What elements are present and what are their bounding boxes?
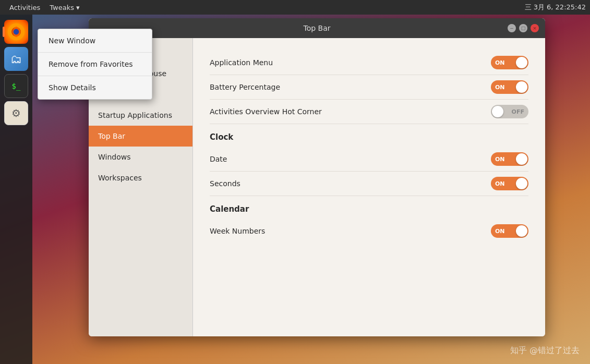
- battery-percentage-label: Battery Percentage: [210, 83, 280, 91]
- settings-content: Application Menu ON Battery Percentage O…: [193, 38, 545, 336]
- terminal-icon: $_: [12, 82, 21, 90]
- tweaks-menu-button[interactable]: Tweaks ▾: [45, 4, 83, 11]
- sidebar-item-startup-applications[interactable]: Startup Applications: [89, 105, 192, 126]
- tweaks-window: Top Bar − □ × Fonts Keyboard & Mouse Pow…: [89, 18, 545, 336]
- context-menu-new-window[interactable]: New Window: [38, 29, 152, 53]
- week-numbers-toggle[interactable]: ON: [491, 224, 528, 238]
- datetime-display: 三 3月 6, 22:25:42: [525, 3, 586, 12]
- setting-row-battery-percentage: Battery Percentage ON: [210, 75, 528, 100]
- context-menu-show-details[interactable]: Show Details: [38, 76, 152, 99]
- active-indicator: [3, 27, 5, 37]
- sidebar-item-top-bar[interactable]: Top Bar: [89, 126, 192, 147]
- toggle-knob-6: [516, 225, 527, 237]
- date-label: Date: [210, 155, 227, 163]
- context-menu-remove-favorites[interactable]: Remove from Favorites: [38, 53, 152, 76]
- toggle-off-label: OFF: [512, 108, 524, 115]
- top-bar-left: Activities Tweaks ▾: [4, 4, 84, 11]
- application-menu-toggle[interactable]: ON: [491, 56, 528, 69]
- watermark: 知乎 @错过了过去: [510, 345, 580, 356]
- dock-item-tweaks[interactable]: ⚙: [4, 101, 28, 125]
- week-numbers-label: Week Numbers: [210, 227, 265, 235]
- setting-row-application-menu: Application Menu ON: [210, 51, 528, 75]
- hot-corner-label: Activities Overview Hot Corner: [210, 107, 322, 116]
- seconds-toggle[interactable]: ON: [491, 177, 528, 190]
- svg-point-2: [14, 29, 19, 35]
- battery-percentage-toggle[interactable]: ON: [491, 80, 528, 94]
- dock-item-files[interactable]: 🗂: [4, 47, 28, 71]
- sidebar-item-windows[interactable]: Windows: [89, 147, 192, 167]
- tweaks-caret-icon: ▾: [76, 4, 80, 11]
- toggle-on-label-2: ON: [495, 84, 505, 91]
- window-titlebar: Top Bar − □ ×: [89, 18, 545, 38]
- minimize-button[interactable]: −: [508, 24, 516, 32]
- toggle-on-label-3: ON: [495, 156, 505, 163]
- toggle-on-label-5: ON: [495, 228, 505, 235]
- toggle-knob: [516, 57, 527, 68]
- setting-row-hot-corner: Activities Overview Hot Corner OFF: [210, 100, 528, 124]
- toggle-knob-4: [516, 153, 527, 165]
- hot-corner-toggle[interactable]: OFF: [491, 105, 528, 118]
- dock-item-terminal[interactable]: $_: [4, 74, 28, 98]
- toggle-knob-5: [516, 178, 527, 189]
- seconds-label: Seconds: [210, 179, 240, 188]
- toggle-on-label: ON: [495, 59, 505, 66]
- window-title: Top Bar: [126, 24, 508, 32]
- gnome-top-bar: Activities Tweaks ▾ 三 3月 6, 22:25:42: [0, 0, 590, 15]
- dock: 🗂 $_ ⚙: [0, 15, 32, 364]
- clock-section-header: Clock: [210, 132, 528, 145]
- calendar-section-header: Calendar: [210, 204, 528, 217]
- setting-row-date: Date ON: [210, 147, 528, 172]
- window-body: Fonts Keyboard & Mouse Power Startup App…: [89, 38, 545, 336]
- application-menu-label: Application Menu: [210, 58, 273, 67]
- setting-row-seconds: Seconds ON: [210, 172, 528, 196]
- files-icon: 🗂: [10, 53, 22, 66]
- tweaks-label: Tweaks: [50, 4, 74, 11]
- toggle-on-label-4: ON: [495, 180, 505, 187]
- toggle-knob-3: [492, 106, 503, 117]
- activities-button[interactable]: Activities: [4, 4, 45, 11]
- toggle-knob-2: [516, 81, 527, 93]
- firefox-icon: [7, 22, 26, 41]
- date-toggle[interactable]: ON: [491, 152, 528, 166]
- maximize-button[interactable]: □: [519, 24, 527, 32]
- context-menu: New Window Remove from Favorites Show De…: [38, 29, 152, 100]
- sidebar-item-workspaces[interactable]: Workspaces: [89, 167, 192, 188]
- desktop: Activities Tweaks ▾ 三 3月 6, 22:25:42 🗂 $…: [0, 0, 590, 364]
- dock-item-firefox[interactable]: [4, 20, 28, 44]
- window-controls: − □ ×: [508, 24, 539, 32]
- setting-row-week-numbers: Week Numbers ON: [210, 219, 528, 243]
- tweaks-icon: ⚙: [11, 107, 21, 119]
- close-button[interactable]: ×: [531, 24, 539, 32]
